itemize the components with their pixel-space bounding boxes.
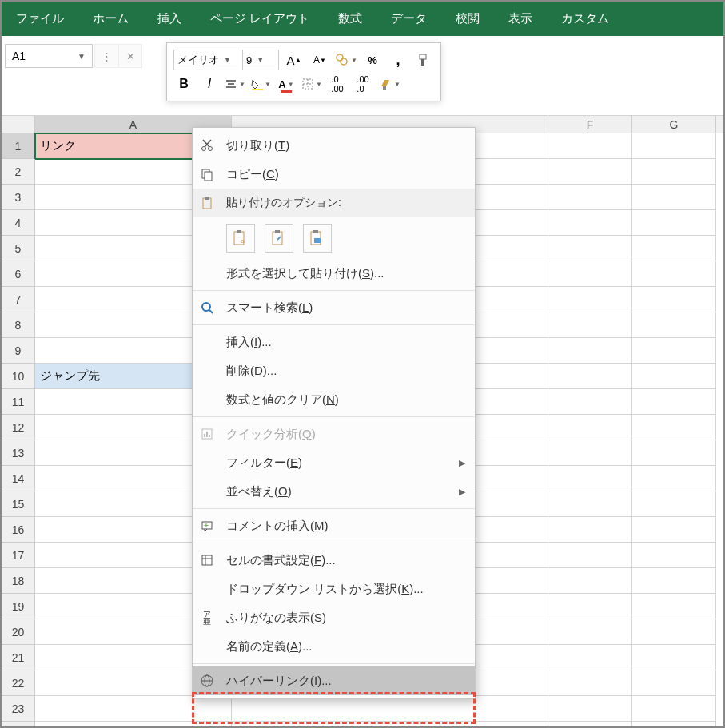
cell-g14[interactable] [632,466,716,491]
menu-clear-contents[interactable]: 数式と値のクリア(N) [193,385,475,414]
tab-home[interactable]: ホーム [78,2,143,36]
cell-f4[interactable] [548,210,632,236]
accounting-format-icon[interactable]: ▼ [335,50,357,70]
cell-f6[interactable] [548,261,632,287]
tab-custom[interactable]: カスタム [547,2,623,36]
tab-view[interactable]: 表示 [494,2,547,36]
row-header-5[interactable]: 5 [2,236,35,261]
cell-f22[interactable] [548,670,632,696]
cell-g8[interactable] [632,312,716,338]
select-all-corner[interactable] [2,116,35,133]
cell-f8[interactable] [548,312,632,338]
italic-icon[interactable]: I [199,74,220,94]
row-header-4[interactable]: 4 [2,210,35,236]
paste-option-values[interactable] [265,224,293,253]
increase-font-icon[interactable]: A▲ [284,50,305,70]
row-header-22[interactable]: 22 [2,670,35,696]
menu-pick-from-list[interactable]: ドロップダウン リストから選択(K)... [193,575,475,603]
menu-format-cells[interactable]: セルの書式設定(F)... [193,546,475,575]
cell-f14[interactable] [548,466,632,491]
tab-review[interactable]: 校閲 [441,2,494,36]
cell-g5[interactable] [632,236,716,261]
cell-g6[interactable] [632,261,716,287]
name-box[interactable]: A1 ▼ [5,44,93,68]
cell-f24[interactable] [548,722,632,728]
font-select[interactable]: メイリオ▼ [173,50,237,70]
cell-a24[interactable] [35,722,232,728]
menu-show-phonetic[interactable]: ア亜 ふりがなの表示(S) [193,603,475,632]
cell-g13[interactable] [632,440,716,466]
row-header-24[interactable]: 24 [2,722,35,728]
cell-f9[interactable] [548,338,632,364]
cell-f18[interactable] [548,568,632,594]
row-header-3[interactable]: 3 [2,185,35,210]
menu-smart-lookup[interactable]: スマート検索(L) [193,293,475,322]
menu-insert[interactable]: 挿入(I)... [193,328,475,356]
cell-g22[interactable] [632,670,716,696]
row-header-10[interactable]: 10 [2,364,35,389]
cell-g2[interactable] [632,159,716,185]
cancel-formula-button[interactable]: ✕ [118,44,142,68]
chevron-down-icon[interactable]: ▼ [78,52,86,61]
cell-f15[interactable] [548,491,632,517]
column-header-g[interactable]: G [632,116,716,133]
cell-g11[interactable] [632,389,716,415]
clear-format-icon[interactable]: ▼ [378,74,400,94]
cell-f17[interactable] [548,543,632,568]
tab-insert[interactable]: 挿入 [143,2,196,36]
row-header-14[interactable]: 14 [2,466,35,491]
cell-f10[interactable] [548,364,632,389]
row-header-13[interactable]: 13 [2,440,35,466]
paste-option-picture[interactable] [303,224,332,253]
row-header-8[interactable]: 8 [2,312,35,338]
row-header-23[interactable]: 23 [2,696,35,722]
row-header-11[interactable]: 11 [2,389,35,415]
row-header-9[interactable]: 9 [2,338,35,364]
row-header-21[interactable]: 21 [2,645,35,670]
cell-f16[interactable] [548,517,632,543]
decrease-decimal-icon[interactable]: .00.0 [353,74,373,94]
cell-f20[interactable] [548,619,632,645]
row-header-17[interactable]: 17 [2,543,35,568]
cell-f7[interactable] [548,287,632,312]
row-header-15[interactable]: 15 [2,491,35,517]
bold-icon[interactable]: B [173,74,194,94]
cell-g18[interactable] [632,568,716,594]
format-painter-icon[interactable] [413,50,434,70]
cell-f13[interactable] [548,440,632,466]
cell-g19[interactable] [632,594,716,619]
percent-format-icon[interactable]: % [362,50,383,70]
cell-g12[interactable] [632,415,716,440]
cell-g4[interactable] [632,210,716,236]
row-header-19[interactable]: 19 [2,594,35,619]
tab-data[interactable]: データ [376,2,441,36]
cell-g7[interactable] [632,287,716,312]
row-header-18[interactable]: 18 [2,568,35,594]
paste-option-default[interactable]: a [226,224,255,253]
menu-paste-special[interactable]: 形式を選択して貼り付け(S)... [193,259,475,288]
row-header-16[interactable]: 16 [2,517,35,543]
row-header-1[interactable]: 1 [2,133,35,159]
fill-color-icon[interactable]: ▼ [250,74,271,94]
row-header-20[interactable]: 20 [2,619,35,645]
cell-f19[interactable] [548,594,632,619]
cell-g17[interactable] [632,543,716,568]
cell-g24[interactable] [632,722,716,728]
tab-file[interactable]: ファイル [2,2,78,36]
cell-g10[interactable] [632,364,716,389]
row-header-12[interactable]: 12 [2,415,35,440]
cell-f21[interactable] [548,645,632,670]
cell-f23[interactable] [548,696,632,722]
cell-g21[interactable] [632,645,716,670]
cell-f3[interactable] [548,185,632,210]
cell-g23[interactable] [632,696,716,722]
menu-sort[interactable]: 並べ替え(O) ▶ [193,477,475,506]
cell-g15[interactable] [632,491,716,517]
menu-define-name[interactable]: 名前の定義(A)... [193,632,475,661]
cell-f12[interactable] [548,415,632,440]
menu-filter[interactable]: フィルター(E) ▶ [193,448,475,477]
font-size-select[interactable]: 9▼ [242,50,279,70]
menu-cut[interactable]: 切り取り(T) [193,131,475,160]
cell-g9[interactable] [632,338,716,364]
align-center-icon[interactable]: ▼ [225,74,245,94]
